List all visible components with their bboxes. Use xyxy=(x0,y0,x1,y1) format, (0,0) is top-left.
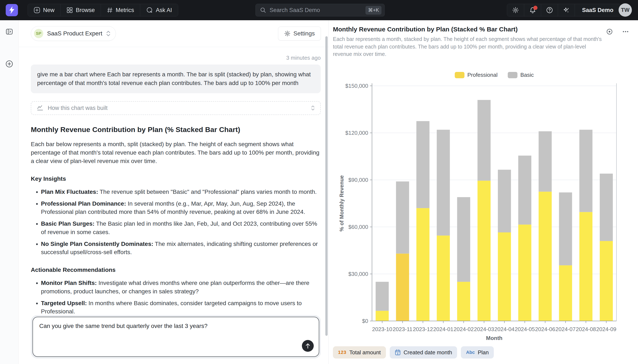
new-label: New xyxy=(43,7,55,14)
new-thread-button[interactable] xyxy=(5,59,14,68)
avatar-initials: TW xyxy=(621,7,629,13)
svg-text:$30,000: $30,000 xyxy=(348,271,368,277)
tag-label: Total amount xyxy=(350,349,381,356)
user-message-bubble: give me a bar chart where Each bar repre… xyxy=(31,64,321,93)
recommendation-item: Targeted Upsell: In months where Basic d… xyxy=(41,299,321,316)
chat-input[interactable]: Can you give the same trend but quarterl… xyxy=(33,317,319,356)
settings-nav-button[interactable] xyxy=(507,4,524,16)
key-insights-list: Plan Mix Fluctuates: The revenue split b… xyxy=(31,188,321,256)
legend-item-professional[interactable]: Professional xyxy=(455,72,498,78)
svg-text:% of Monthly Revenue: % of Monthly Revenue xyxy=(339,175,345,232)
agent-settings-button[interactable]: Settings xyxy=(278,26,321,40)
dimension-tag-plan[interactable]: Abc Plan xyxy=(461,346,494,358)
metrics-button[interactable]: Metrics xyxy=(101,4,140,16)
send-button[interactable] xyxy=(302,340,314,352)
number-type-icon: 123 xyxy=(338,350,347,355)
svg-text:2024-02: 2024-02 xyxy=(454,326,474,332)
help-button[interactable] xyxy=(541,4,558,16)
ask-ai-button[interactable]: Ask AI xyxy=(140,4,178,16)
notifications-button[interactable] xyxy=(524,4,541,16)
app-logo[interactable] xyxy=(6,4,18,16)
plus-circle-icon xyxy=(5,60,13,68)
svg-text:$0: $0 xyxy=(362,318,368,324)
chat-message-list: 3 minutes ago give me a bar chart where … xyxy=(19,54,329,351)
gear-icon xyxy=(512,7,519,14)
response-intro: Each bar below represents a month, split… xyxy=(31,140,321,165)
svg-text:$120,000: $120,000 xyxy=(345,130,368,136)
search-shortcut: ⌘+K xyxy=(366,6,382,14)
svg-text:$60,000: $60,000 xyxy=(348,224,368,230)
chart-field-tags: 123 Total amount Created date month Abc … xyxy=(333,346,494,358)
ask-ai-chat-icon xyxy=(146,7,153,14)
chart-legend: ProfessionalBasic xyxy=(344,72,638,78)
chart-trend-icon xyxy=(37,105,44,111)
tag-label: Created date month xyxy=(404,349,452,356)
nav-button-group: New Browse Metrics xyxy=(28,4,178,16)
chevron-selector-icon xyxy=(106,30,111,37)
svg-text:2024-05: 2024-05 xyxy=(515,326,535,332)
visibility-button[interactable] xyxy=(605,28,614,36)
svg-text:2024-09: 2024-09 xyxy=(596,326,616,332)
search-icon xyxy=(260,7,266,13)
svg-text:2024-03: 2024-03 xyxy=(474,326,494,332)
stacked-bar-chart[interactable]: $0$30,000$60,000$90,000$120,000$150,0002… xyxy=(333,81,632,344)
browse-grid-icon xyxy=(67,7,73,13)
insight-item: Professional Plan Dominance: In several … xyxy=(41,200,321,216)
hash-icon xyxy=(107,7,113,13)
recommendation-item: Monitor Plan Shifts: Investigate what dr… xyxy=(41,279,321,296)
chart-panel: Monthly Revenue Contribution by Plan (St… xyxy=(329,20,638,364)
chevron-updown-icon xyxy=(311,105,315,111)
chat-panel: SP SaaS Product Expert Settings 3 minute… xyxy=(19,20,329,364)
arrow-up-icon xyxy=(305,343,310,349)
dimension-tag-created-date[interactable]: Created date month xyxy=(390,346,457,358)
chart-title: Monthly Revenue Contribution by Plan (St… xyxy=(333,26,605,33)
insight-item: Basic Plan Surges: The Basic plan led in… xyxy=(41,220,321,236)
svg-text:$90,000: $90,000 xyxy=(348,177,368,183)
agent-selector[interactable]: SP SaaS Product Expert xyxy=(31,26,116,41)
top-navbar: New Browse Metrics xyxy=(0,0,638,20)
key-insights-heading: Key Insights xyxy=(31,176,321,182)
tag-label: Plan xyxy=(478,349,489,356)
svg-text:2024-04: 2024-04 xyxy=(494,326,514,332)
toggle-sidebar-button[interactable] xyxy=(5,27,14,36)
browse-button[interactable]: Browse xyxy=(60,4,101,16)
svg-text:2024-06: 2024-06 xyxy=(535,326,555,332)
user-avatar[interactable]: TW xyxy=(618,3,632,17)
chat-header: SP SaaS Product Expert Settings xyxy=(19,20,329,47)
svg-text:2023-11: 2023-11 xyxy=(393,326,413,332)
panel-expand-icon xyxy=(6,28,13,36)
how-built-label: How this chart was built xyxy=(48,105,311,111)
legend-item-basic[interactable]: Basic xyxy=(508,72,534,78)
insight-item: Plan Mix Fluctuates: The revenue split b… xyxy=(41,188,321,196)
legend-label: Basic xyxy=(520,72,534,78)
insight-item: No Single Plan Consistently Dominates: T… xyxy=(41,240,321,257)
chat-scrollbar[interactable] xyxy=(325,36,328,336)
chat-input-container: Can you give the same trend but quarterl… xyxy=(31,315,321,358)
sparkles-icon xyxy=(563,6,570,14)
metric-tag-total-amount[interactable]: 123 Total amount xyxy=(333,346,386,358)
chart-description: Each bar represents a month, stacked by … xyxy=(333,36,605,58)
response-heading: Monthly Revenue Contribution by Plan (% … xyxy=(31,126,321,134)
svg-text:2024-08: 2024-08 xyxy=(576,326,596,332)
new-button[interactable]: New xyxy=(28,4,60,16)
svg-text:2024-07: 2024-07 xyxy=(555,326,575,332)
agent-avatar: SP xyxy=(34,29,43,38)
svg-text:Month: Month xyxy=(486,335,502,341)
legend-swatch xyxy=(455,72,464,78)
svg-text:2023-10: 2023-10 xyxy=(372,326,392,332)
ai-sparkles-button[interactable] xyxy=(558,4,575,16)
workspace-name: SaaS Demo xyxy=(582,7,613,14)
how-chart-built-toggle[interactable]: How this chart was built xyxy=(31,101,321,115)
browse-label: Browse xyxy=(76,7,95,14)
string-type-icon: Abc xyxy=(466,350,475,355)
navbar-right-group: SaaS Demo xyxy=(507,4,621,16)
global-search-input[interactable]: Search SaaS Demo ⌘+K xyxy=(255,4,385,16)
more-options-button[interactable] xyxy=(621,28,630,36)
workspace-button[interactable]: SaaS Demo xyxy=(575,4,621,16)
legend-swatch xyxy=(508,72,517,78)
message-timestamp: 3 minutes ago xyxy=(31,54,321,61)
chat-input-box: Can you give the same trend but quarterl… xyxy=(33,317,319,357)
settings-gear-icon xyxy=(284,30,290,37)
left-rail xyxy=(0,20,19,364)
recommendations-heading: Actionable Recommendations xyxy=(31,266,321,273)
